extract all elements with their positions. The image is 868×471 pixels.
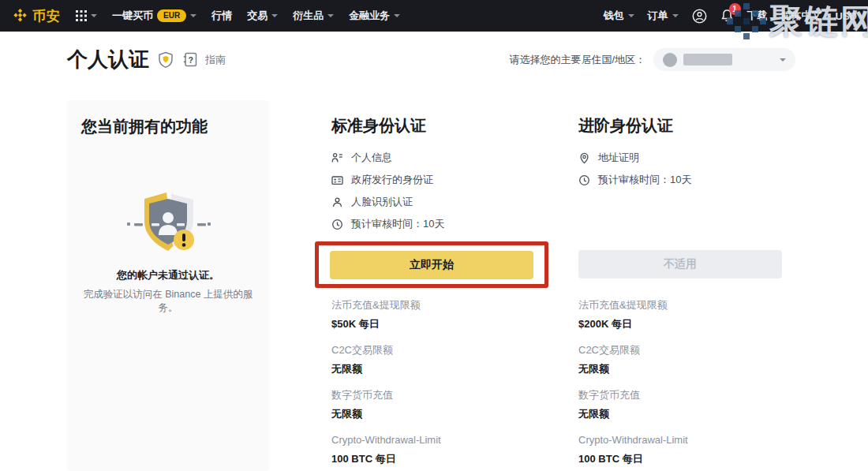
chevron-down-icon [628,14,634,17]
chevron-down-icon [672,14,679,17]
current-features-card: 您当前拥有的功能 [67,100,269,471]
advanced-limits-list: 法币充值&提现限额 $200K 每日 C2C交易限额 无限额 数字货币充值 无限… [578,299,782,471]
feature-label: 个人信息 [351,151,392,165]
country-region-dropdown[interactable] [653,48,795,71]
feature-label: 预计审核时间：10天 [351,217,444,231]
advanced-verification-heading: 进阶身份认证 [578,115,782,134]
chevron-down-icon [190,14,196,17]
limit-label: 数字货币充值 [331,389,535,402]
nav-label: 订单 [648,9,668,23]
nav-item-orders[interactable]: 订单 [648,9,679,23]
clock-icon [331,219,343,230]
page-title: 个人认证 [67,46,149,73]
region-select-label: 请选择您的主要居住国/地区： [509,53,645,67]
id-card-icon [331,174,343,186]
nav-label: 金融业务 [349,9,390,23]
chevron-down-icon [327,14,334,17]
notifications-button[interactable]: 1 [720,9,734,23]
page-header: 个人认证 ? 指南 [67,46,226,73]
limit-value: 无限额 [331,363,535,376]
not-applicable-button: 不适用 [578,250,782,278]
chevron-down-icon [91,14,97,17]
main-content: 个人认证 ? 指南 请选择您的主要居住国/地区： 您当前 [0,32,868,471]
limit-label: 数字货币充值 [578,389,782,402]
limit-value: $50K 每日 [331,318,535,331]
country-flag-placeholder [663,53,677,67]
region-selector-row: 请选择您的主要居住国/地区： [509,48,795,71]
account-status-text: 您的帐户未通过认证。 [81,268,255,282]
feature-label: 人脸识别认证 [351,195,413,209]
user-details-icon [331,152,343,164]
nav-label: 衍生品 [293,9,324,23]
nav-label: 钱包 [604,9,624,23]
brand-name: 币安 [32,7,61,25]
unverified-shield-illustration [125,189,211,262]
nav-label: USD [836,10,857,22]
standard-verification-heading: 标准身份认证 [331,115,535,134]
feature-government-id: 政府发行的身份证 [331,170,535,189]
current-features-heading: 您当前拥有的功能 [81,116,255,137]
currency-eur-badge: EUR [157,9,186,22]
nav-label: 下载 [747,9,768,23]
binance-kyc-page: 币安 一键买币 EUR 行情 [0,0,868,471]
limit-label: 法币充值&提现限额 [331,299,535,312]
nav-label: 交易 [247,9,268,23]
limit-value: 无限额 [331,408,535,421]
profile-button[interactable] [692,9,707,24]
feature-review-time: 预计审核时间：10天 [578,170,782,189]
navbar-right: 钱包 订单 1 下载 [604,9,857,24]
limit-label: C2C交易限额 [578,344,782,357]
binance-diamond-icon [13,9,28,24]
limit-value: 100 BTC 每日 [331,453,535,465]
face-id-icon [331,196,343,208]
standard-verification-column: 标准身份认证 个人信息 政府发行的身份证 [331,115,535,237]
svg-text:?: ? [188,55,193,65]
standard-limits-list: 法币充值&提现限额 $50K 每日 C2C交易限额 无限额 数字货币充值 无限额… [331,299,535,471]
country-name-redacted [683,54,732,65]
apps-grid-menu[interactable] [76,10,97,21]
feature-personal-info: 个人信息 [331,148,535,167]
nav-item-download[interactable]: 下载 [747,9,768,23]
limit-value: 无限额 [578,408,782,421]
feature-facial-recognition: 人脸识别认证 [331,193,535,211]
limit-label: Crypto-Withdrawal-Limit [331,434,535,447]
limit-value: 无限额 [578,363,782,376]
guide-book-icon[interactable]: ? [182,51,198,68]
red-annotation-box: 立即开始 [315,241,548,288]
nav-item-derivatives[interactable]: 衍生品 [293,9,334,23]
start-now-button[interactable]: 立即开始 [330,251,533,279]
nav-label: 简体中文 [781,9,822,23]
grid-icon [76,10,87,21]
limit-label: C2C交易限额 [331,344,535,357]
nav-item-finance[interactable]: 金融业务 [349,9,400,23]
chevron-down-icon [780,58,786,62]
nav-item-markets[interactable]: 行情 [211,9,232,23]
nav-item-trade[interactable]: 交易 [247,9,278,23]
nav-label: 一键买币 [112,9,153,23]
feature-proof-of-address: 地址证明 [578,148,782,167]
feature-review-time: 预计审核时间：10天 [331,215,535,234]
clock-icon [578,174,590,186]
binance-logo[interactable]: 币安 [13,7,61,25]
nav-item-language[interactable]: 简体中文 [781,9,822,23]
limit-value: $200K 每日 [578,318,782,331]
account-status-description: 完成验证以访问在 Binance 上提供的服务。 [81,288,255,315]
limit-label: Crypto-Withdrawal-Limit [578,434,782,447]
guide-link[interactable]: 指南 [205,53,226,67]
limit-label: 法币充值&提现限额 [578,299,782,312]
nav-item-currency[interactable]: USD [836,10,857,22]
chevron-down-icon [394,14,400,17]
notification-count-badge: 1 [729,3,741,15]
feature-label: 预计审核时间：10天 [598,173,691,187]
feature-label: 政府发行的身份证 [351,173,433,187]
verification-shield-icon [158,51,174,69]
chevron-down-icon [271,14,278,17]
nav-item-buy-crypto[interactable]: 一键买币 EUR [112,9,196,23]
nav-item-wallet[interactable]: 钱包 [604,9,634,23]
top-navbar: 币安 一键买币 EUR 行情 [0,0,868,32]
location-pin-icon [578,152,590,164]
advanced-verification-column: 进阶身份认证 地址证明 预计审核时间：10天 不适用 法币充值&提现限额 $20… [578,115,782,193]
limit-value: 100 BTC 每日 [578,453,782,465]
user-profile-icon [692,9,707,24]
nav-label: 行情 [211,9,232,23]
